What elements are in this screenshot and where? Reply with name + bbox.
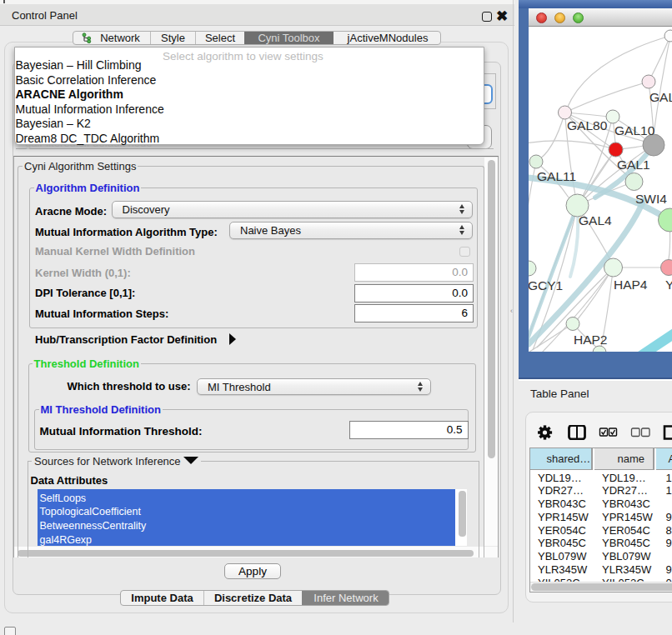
svg-text:SWI4: SWI4 [635, 192, 667, 206]
svg-text:GAL2: GAL2 [649, 90, 672, 104]
svg-text:GAL11: GAL11 [537, 169, 576, 183]
svg-text:HAP2: HAP2 [574, 332, 608, 347]
svg-text:GAL1: GAL1 [617, 158, 650, 172]
svg-text:GCY1: GCY1 [529, 278, 563, 292]
svg-text:GAL10: GAL10 [614, 123, 655, 138]
svg-text:GAL4: GAL4 [579, 213, 612, 228]
svg-text:GAL80: GAL80 [567, 118, 608, 132]
svg-text:Y: Y [665, 278, 672, 292]
svg-text:HAP4: HAP4 [614, 278, 648, 292]
